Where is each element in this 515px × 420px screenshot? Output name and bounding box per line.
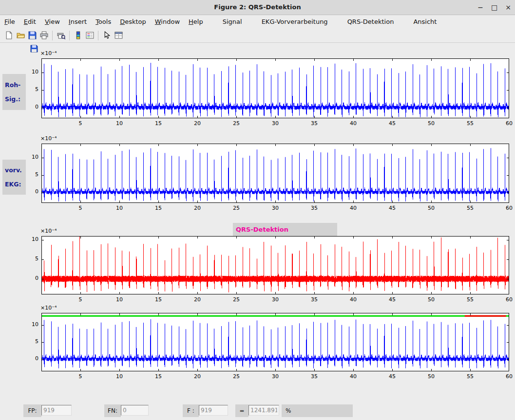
menu-item-qrs-detektion[interactable]: QRS-Detektion [343, 16, 399, 27]
print-preview-button[interactable] [55, 30, 67, 41]
detektion-overlay-x-tick-label: 35 [305, 373, 323, 380]
menu-item-signal[interactable]: Signal [218, 16, 247, 27]
vorverarbeitetes-ekg-plot-canvas[interactable] [41, 144, 509, 203]
save-button[interactable] [26, 30, 38, 41]
qrs-detektion-plot-canvas[interactable] [41, 236, 509, 294]
property-editor-button[interactable] [113, 30, 124, 41]
fn-label: FN: [104, 404, 121, 417]
qrs-detektion-x-tick-label: 50 [422, 296, 440, 303]
qrs-detektion-x-tick-label: 15 [150, 296, 167, 303]
qrs-detektion-y-exponent-label: ×10⁻⁴ [40, 228, 57, 234]
menu-item-insert[interactable]: Insert [64, 16, 91, 27]
detektion-overlay-x-tick-label: 10 [111, 373, 128, 380]
toolbar-separator [69, 31, 70, 40]
sig-label-line: Sig.: [5, 95, 26, 103]
detektion-overlay-x-tick-label: 5 [72, 373, 89, 380]
vorverarbeitetes-ekg-x-tick-label: 50 [422, 205, 440, 211]
new-document-button[interactable] [3, 30, 15, 41]
insert-legend-icon [86, 31, 94, 39]
roh-signal-x-tick-label: 15 [150, 120, 167, 127]
detektion-overlay-x-tick-label: 55 [461, 373, 479, 380]
menu-item-view[interactable]: View [40, 16, 64, 27]
roh-signal-plot-canvas[interactable] [41, 58, 509, 118]
open-folder-button[interactable] [15, 30, 26, 41]
roh-signal-x-tick-label: 55 [461, 120, 479, 127]
f-edit-field[interactable] [199, 405, 228, 416]
qrs-detektion-x-tick-label: 30 [267, 296, 284, 303]
menu-item-tools[interactable]: Tools [91, 16, 115, 27]
qrs-detektion-x-tick-label: 35 [305, 296, 323, 303]
qrs-detektion-x-tick-label: 20 [189, 296, 206, 303]
qrs-detektion-title: QRS-Detektion [236, 226, 288, 233]
roh-label-line: Roh- [5, 81, 26, 89]
colorbar-button[interactable] [72, 30, 84, 41]
save-icon [28, 31, 37, 39]
qrs-detektion-x-tick-label: 55 [461, 296, 479, 303]
qrs-detektion-x-tick-label: 40 [344, 296, 362, 303]
ratio-edit-field[interactable] [248, 405, 279, 416]
detektion-overlay-x-tick-label: 40 [344, 373, 362, 380]
menu-item-ekg-vorverarbeitung[interactable]: EKG-Vorverarbeitung [257, 16, 332, 27]
detektion-overlay-x-tick-label: 15 [150, 373, 167, 380]
detektion-overlay-x-tick-label: 30 [267, 373, 284, 380]
open-folder-icon [17, 31, 25, 39]
menu-item-edit[interactable]: Edit [19, 16, 40, 27]
vorverarbeitetes-ekg-x-tick-label: 45 [383, 205, 401, 211]
insert-legend-button[interactable] [84, 30, 95, 41]
roh-signal-x-tick-label: 50 [422, 120, 440, 127]
pointer-button[interactable] [101, 30, 113, 41]
vorverarbeitetes-ekg-x-tick-label: 10 [111, 205, 128, 211]
roh-signal-label-box: Roh- Sig.: [2, 74, 26, 110]
roh-signal-x-tick-label: 30 [267, 120, 284, 127]
vorverarbeitetes-ekg-x-tick-label: 35 [305, 205, 323, 211]
menubar: FileEditViewInsertToolsDesktopWindowHelp… [0, 15, 515, 28]
roh-signal-x-tick-label: 40 [344, 120, 362, 127]
qrs-detektion-x-tick-label: 45 [383, 296, 401, 303]
fn-edit-field[interactable] [121, 405, 149, 416]
colorbar-icon [74, 31, 82, 39]
fp-edit-field[interactable] [41, 405, 72, 416]
menu-item-ansicht[interactable]: Ansicht [409, 16, 441, 27]
detektion-overlay-plot-canvas[interactable] [41, 313, 509, 371]
menu-item-window[interactable]: Window [151, 16, 184, 27]
roh-signal-x-tick-label: 10 [111, 120, 128, 127]
save-mini-icon[interactable] [30, 45, 38, 53]
detektion-overlay-x-tick-label: 25 [228, 373, 245, 380]
detektion-overlay-y-tick-label: 10 [21, 321, 38, 328]
qrs-detektion-x-tick-label: 60 [500, 296, 515, 303]
print-icon [40, 31, 48, 39]
print-button[interactable] [38, 30, 50, 41]
figure-window: Figure 2: QRS-Detektion − □ × FileEditVi… [0, 0, 515, 420]
fp-label: FP: [23, 404, 41, 417]
window-controls: − □ × [477, 0, 511, 15]
qrs-detektion-x-tick-label: 5 [72, 296, 89, 303]
maximize-button[interactable]: □ [491, 4, 497, 11]
roh-signal-x-tick-label: 25 [228, 120, 245, 127]
vorverarbeitetes-ekg-x-tick-label: 15 [150, 205, 167, 211]
menu-item-help[interactable]: Help [184, 16, 208, 27]
vorverarbeitetes-ekg-axes [41, 144, 509, 203]
vorverarbeitetes-ekg-x-tick-label: 5 [72, 205, 89, 211]
vorverarbeitetes-ekg-x-tick-label: 40 [344, 205, 362, 211]
new-document-icon [5, 31, 13, 39]
close-button[interactable]: × [505, 4, 511, 11]
roh-signal-axes [41, 58, 509, 118]
titlebar: Figure 2: QRS-Detektion − □ × [0, 0, 515, 15]
equals-label: = [235, 404, 248, 417]
vorv-label-line: vorv. [5, 166, 26, 174]
qrs-detektion-y-tick-label: 5 [21, 256, 38, 262]
detektion-overlay-y-exponent-label: ×10⁻⁴ [40, 305, 57, 311]
vorverarbeitetes-ekg-y-tick-label: 10 [21, 154, 38, 160]
minimize-button[interactable]: − [477, 4, 483, 11]
pointer-icon [103, 31, 111, 39]
roh-signal-x-tick-label: 20 [189, 120, 206, 127]
menu-item-desktop[interactable]: Desktop [115, 16, 151, 27]
qrs-detektion-y-tick-label: 10 [21, 236, 38, 242]
toolbar-separator [98, 31, 98, 40]
detektion-overlay-y-tick-label: 0 [21, 355, 38, 362]
vorverarbeitetes-ekg-x-tick-label: 20 [189, 205, 206, 211]
vorverarbeitetes-ekg-y-exponent-label: ×10⁻⁴ [40, 135, 57, 142]
menu-item-file[interactable]: File [0, 16, 19, 27]
roh-signal-x-tick-label: 45 [383, 120, 401, 127]
qrs-detektion-x-tick-label: 25 [228, 296, 245, 303]
